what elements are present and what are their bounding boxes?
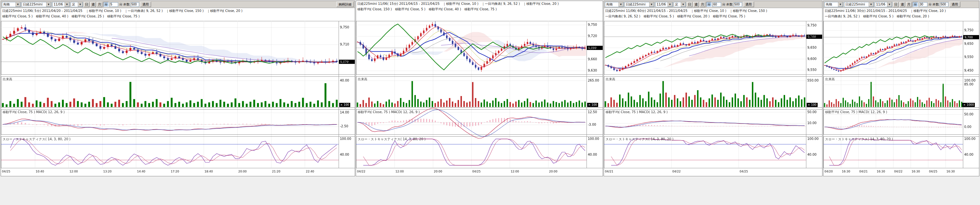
dropdown-arrow-icon[interactable]: ▼ [65, 2, 69, 7]
period-day-button[interactable]: 日 [687, 2, 692, 7]
volume-unit-badge: × 100 [807, 103, 818, 107]
instrument-select-value: 日経225mini [23, 2, 43, 7]
chart-canvas[interactable] [823, 20, 979, 176]
chart-canvas[interactable] [356, 13, 603, 176]
volume-unit-badge: × 100 [587, 103, 598, 107]
dropdown-arrow-icon[interactable]: ▼ [681, 2, 686, 7]
chart-toolbar: 先物▼ 日経225mini▼ 11/06▼ 足▼ 日 週 月 分 分 本数 適用… [1, 1, 355, 8]
period-value-input[interactable] [919, 2, 928, 7]
contract-month-value: 11/06 [876, 3, 885, 6]
trading-charts-workspace: { "icons": { "dropdown": "▼" }, "colors"… [0, 0, 980, 205]
category-select-value: 先物 [606, 2, 612, 7]
period-day-button[interactable]: 日 [893, 2, 899, 7]
instrument-select[interactable]: 日経225mini▼ [844, 2, 874, 7]
period-minute-button[interactable]: 分 [913, 2, 918, 7]
dropdown-arrow-icon[interactable]: ▼ [619, 2, 623, 7]
bars-count-label: 本数 [123, 2, 130, 7]
bars-count-label: 本数 [726, 2, 733, 7]
bars-count-input[interactable] [131, 2, 139, 7]
period-unit-label: 分 [722, 2, 725, 7]
chart-canvas[interactable] [1, 20, 355, 176]
bars-count-input[interactable] [940, 2, 948, 7]
volume-section-label: 出来高 [825, 77, 835, 82]
macd-section-label: 移動平均( Close, 75 ) MACD( 12, 26, 9 ) [825, 110, 887, 114]
dropdown-arrow-icon[interactable]: ▼ [838, 2, 843, 7]
instrument-detail-button[interactable]: 銘柄詳細 [336, 2, 354, 7]
instrument-select-value: 日経225mini [845, 2, 865, 7]
instrument-select[interactable]: 日経225mini▼ [625, 2, 654, 7]
dropdown-arrow-icon[interactable]: ▼ [78, 2, 83, 7]
chart-canvas[interactable] [604, 20, 822, 176]
indicator-info-line1: 日経225mini 11/06( 60分) 2011/04/15 - 2011/… [605, 8, 822, 14]
chart-panel-3: 先物▼ 日経225mini▼ 11/06▼ 足▼ 日 週 月 分 分 本数 適用… [604, 1, 822, 176]
period-minute-button[interactable]: 分 [103, 2, 109, 7]
period-week-button[interactable]: 週 [91, 2, 96, 7]
stochastics-section-label: スロー・ストキャスティクス( 14, 3, 80, 20 ) [358, 137, 425, 142]
dropdown-arrow-icon[interactable]: ▼ [869, 2, 873, 7]
period-month-button[interactable]: 月 [97, 2, 102, 7]
dropdown-arrow-icon[interactable]: ▼ [16, 2, 20, 7]
indicator-info-line2: 一目均衡表( 9, 26, 52 ) 移動平均( Close, 5 ) 移動平均… [605, 14, 822, 19]
indicator-info-line1: 日経225mini 11/06( 15分) 2011/04/15 - 2011/… [357, 1, 603, 6]
chart-toolbar: 先物▼ 日経225mini▼ 11/06▼ 日 週 月 分 分 本数 適用 [823, 1, 979, 8]
indicator-info-line2: 移動平均( Close, 150 ) 移動平均( Close, 5 ) 移動平均… [357, 6, 603, 12]
chart-panel-4: 先物▼ 日経225mini▼ 11/06▼ 日 週 月 分 分 本数 適用 日経… [823, 1, 979, 176]
period-value-input[interactable] [713, 2, 721, 7]
bars-count-input[interactable] [734, 2, 742, 7]
contract-month-select[interactable]: 11/06▼ [655, 2, 673, 7]
indicator-info-bar: 日経225mini 11/06( 30分) 2011/04/15 - 2011/… [823, 8, 979, 19]
period-month-button[interactable]: 月 [906, 2, 912, 7]
period-week-button[interactable]: 週 [694, 2, 699, 7]
period-value-input[interactable] [110, 2, 118, 7]
contract-month-value: 11/06 [54, 3, 63, 6]
chart-panel-2: 日経225mini 11/06( 15分) 2011/04/15 - 2011/… [356, 1, 603, 176]
volume-unit-badge: × 100 [339, 103, 350, 107]
contract-month-value: 11/06 [657, 3, 666, 6]
dropdown-arrow-icon[interactable]: ▼ [46, 2, 51, 7]
bar-type-value: 足 [72, 2, 75, 7]
period-minute-button[interactable]: 分 [706, 2, 712, 7]
period-unit-label: 分 [119, 2, 123, 7]
indicator-info-line2: 移動平均( Close, 5 ) 移動平均( Close, 40 ) 移動平均(… [2, 14, 355, 19]
apply-button[interactable]: 適用 [140, 2, 151, 7]
chart-toolbar: 先物▼ 日経225mini▼ 11/06▼ 足▼ 日 週 月 分 分 本数 適用 [604, 1, 822, 8]
volume-section-label: 出来高 [3, 77, 12, 82]
apply-button[interactable]: 適用 [949, 2, 960, 7]
indicator-info-line1: 日経225mini 11/06( 30分) 2011/04/15 - 2011/… [825, 8, 979, 14]
volume-section-label: 出来高 [358, 77, 368, 82]
indicator-info-line2: 一目均衡表( 9, 26, 52 ) 移動平均( Close, 5 ) 移動平均… [825, 14, 979, 19]
macd-section-label: 移動平均( Close, 75 ) MACD( 12, 26, 9 ) [3, 110, 65, 114]
indicator-info-line1: 日経225mini 11/06( 5分) 2011/04/20 - 2011/0… [2, 8, 355, 14]
indicator-info-bar: 日経225mini 11/06( 60分) 2011/04/15 - 2011/… [604, 8, 822, 19]
instrument-select[interactable]: 日経225mini▼ [22, 2, 51, 7]
volume-section-label: 出来高 [606, 77, 615, 82]
category-select[interactable]: 先物▼ [605, 2, 624, 7]
indicator-info-bar: 日経225mini 11/06( 5分) 2011/04/20 - 2011/0… [1, 8, 355, 19]
bar-type-select[interactable]: 足▼ [71, 2, 83, 7]
stochastics-section-label: スロー・ストキャスティクス( 14, 3, 80, 20 ) [825, 137, 893, 142]
macd-section-label: 移動平均( Close, 75 ) MACD( 12, 26, 9 ) [606, 110, 668, 114]
apply-button[interactable]: 適用 [743, 2, 754, 7]
instrument-select-value: 日経225mini [626, 2, 646, 7]
bar-type-value: 足 [675, 2, 678, 7]
category-select[interactable]: 先物▼ [2, 2, 21, 7]
macd-section-label: 移動平均( Close, 75 ) MACD( 12, 26, 9 ) [358, 110, 420, 114]
contract-month-select[interactable]: 11/06▼ [875, 2, 892, 7]
volume-unit-badge: × 1000 [962, 103, 975, 107]
dropdown-arrow-icon[interactable]: ▼ [668, 2, 672, 7]
category-select[interactable]: 先物▼ [824, 2, 843, 7]
category-select-value: 先物 [3, 2, 10, 7]
period-unit-label: 分 [928, 2, 932, 7]
period-day-button[interactable]: 日 [84, 2, 89, 7]
indicator-info-bar: 日経225mini 11/06( 15分) 2011/04/15 - 2011/… [356, 1, 603, 12]
dropdown-arrow-icon[interactable]: ▼ [887, 2, 892, 7]
dropdown-arrow-icon[interactable]: ▼ [649, 2, 654, 7]
chart-panel-1: 先物▼ 日経225mini▼ 11/06▼ 足▼ 日 週 月 分 分 本数 適用… [1, 1, 355, 176]
period-week-button[interactable]: 週 [900, 2, 905, 7]
period-month-button[interactable]: 月 [700, 2, 705, 7]
bars-count-label: 本数 [932, 2, 939, 7]
bar-type-select[interactable]: 足▼ [674, 2, 686, 7]
category-select-value: 先物 [826, 2, 832, 7]
contract-month-select[interactable]: 11/06▼ [52, 2, 70, 7]
stochastics-section-label: スロー・ストキャスティクス( 14, 3, 80, 20 ) [3, 137, 70, 142]
